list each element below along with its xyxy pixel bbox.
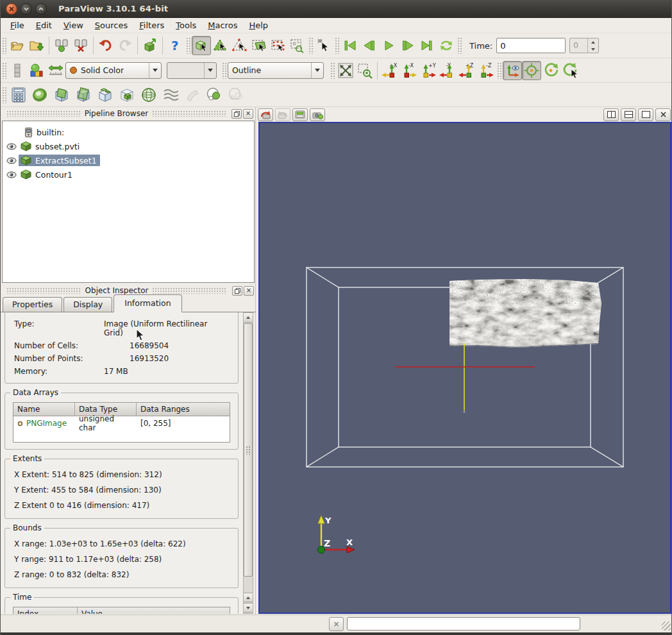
redo-button[interactable] [115, 36, 135, 55]
scroll-up-button-2[interactable] [244, 593, 253, 602]
undo-button[interactable] [96, 36, 115, 55]
visibility-toggle[interactable] [6, 157, 17, 164]
loop-button[interactable] [437, 36, 456, 55]
last-frame-button[interactable] [417, 36, 437, 55]
show-orientation-axes-button[interactable] [503, 61, 522, 80]
menu-help[interactable]: Help [243, 19, 274, 32]
interactive-select-button[interactable] [314, 36, 333, 55]
inspector-close-button[interactable]: × [244, 286, 254, 296]
menu-file[interactable]: File [4, 19, 30, 32]
clip-filter-button[interactable] [51, 84, 73, 106]
toolbar-handle[interactable] [222, 62, 226, 79]
first-frame-button[interactable] [340, 36, 360, 55]
pipeline-float-button[interactable] [231, 109, 242, 119]
split-view-horizontal-button[interactable] [621, 108, 636, 121]
camera-minus-y-button[interactable]: -Y [438, 61, 457, 80]
camera-plus-z-button[interactable]: +Z [457, 61, 476, 80]
col-name[interactable]: Name [13, 403, 75, 416]
menu-macros[interactable]: Macros [202, 19, 243, 32]
select-cells-on-button[interactable] [211, 36, 230, 55]
connect-server-button[interactable] [52, 36, 71, 55]
menu-tools[interactable]: Tools [170, 19, 202, 32]
toolbar-handle[interactable] [457, 37, 462, 54]
render-viewport[interactable]: Y X Z [258, 122, 671, 614]
inspector-scrollbar[interactable] [243, 312, 253, 614]
threshold-filter-button[interactable] [95, 84, 117, 106]
extract-subset-filter-button[interactable] [117, 84, 139, 106]
save-data-button[interactable] [27, 36, 46, 55]
toolbar-handle[interactable] [308, 37, 313, 54]
previous-frame-button[interactable] [360, 36, 379, 55]
tab-information[interactable]: Information [113, 294, 181, 312]
toolbar-handle[interactable] [497, 62, 501, 79]
camera-plus-y-button[interactable]: +Y [419, 61, 438, 80]
component-combobox[interactable] [167, 62, 217, 79]
camera-minus-x-button[interactable]: -X [399, 61, 419, 80]
representation-combobox[interactable]: Outline [228, 62, 324, 79]
toolbar-handle[interactable] [2, 37, 6, 54]
tab-properties[interactable]: Properties [3, 297, 62, 312]
pipeline-item-row[interactable]: Contour1 [19, 169, 76, 180]
scroll-up-button[interactable] [244, 313, 253, 323]
toolbar-handle[interactable] [335, 37, 339, 54]
menu-view[interactable]: View [58, 19, 89, 32]
camera-minus-z-button[interactable]: -Z [476, 61, 496, 80]
tab-display[interactable]: Display [63, 297, 112, 312]
menu-edit[interactable]: Edit [30, 19, 58, 32]
interact-mode-button[interactable] [192, 36, 211, 55]
pipeline-item-builtin[interactable]: builtin: [3, 125, 254, 139]
scroll-down-button[interactable] [244, 603, 253, 613]
pipeline-item-row-selected[interactable]: ExtractSubset1 [19, 155, 100, 166]
select-points-on-button[interactable] [230, 36, 249, 55]
window-minimize-button[interactable] [21, 3, 32, 15]
resize-grip[interactable] [662, 622, 671, 631]
camera-dialog-button[interactable] [310, 108, 325, 121]
zoom-to-data-button[interactable] [355, 61, 374, 80]
warp-filter-button[interactable] [182, 84, 204, 106]
group-datasets-filter-button[interactable] [204, 84, 226, 106]
pipeline-close-button[interactable]: × [243, 109, 253, 119]
spin-arrows[interactable] [587, 38, 598, 53]
col-data-ranges[interactable]: Data Ranges [137, 403, 230, 416]
visibility-toggle[interactable] [6, 171, 17, 178]
toggle-color-legend-button[interactable] [8, 61, 27, 80]
split-view-vertical-button[interactable] [603, 108, 619, 121]
pipeline-item-extractsubset1[interactable]: ExtractSubset1 [3, 153, 254, 167]
inspector-float-button[interactable] [232, 286, 242, 296]
stream-tracer-filter-button[interactable] [160, 84, 182, 106]
menu-filters[interactable]: Filters [133, 19, 170, 32]
col-index[interactable]: Index [13, 607, 78, 614]
visibility-toggle[interactable] [6, 143, 17, 150]
menu-sources[interactable]: Sources [89, 19, 133, 32]
window-close-button[interactable] [6, 3, 17, 15]
contour-filter-button[interactable] [29, 84, 51, 106]
toolbar-handle[interactable] [2, 62, 6, 79]
zoom-to-box-button[interactable] [288, 36, 307, 55]
auto-apply-button[interactable] [140, 36, 160, 55]
pipeline-item-subset-pvti[interactable]: subset.pvti [3, 139, 254, 153]
close-view-button[interactable] [655, 108, 671, 121]
rescale-to-data-range-button[interactable] [46, 61, 65, 80]
glyph-filter-button[interactable] [139, 84, 160, 106]
select-points-through-button[interactable] [269, 36, 288, 55]
toolbar-handle[interactable] [330, 62, 335, 79]
toolbar-handle[interactable] [2, 87, 6, 103]
help-button[interactable]: ? [165, 36, 185, 55]
extract-level-filter-button[interactable] [226, 84, 248, 106]
scroll-thumb[interactable] [244, 323, 253, 577]
camera-redo-button[interactable] [275, 108, 290, 121]
slice-filter-button[interactable] [73, 84, 95, 106]
table-row[interactable]: PNGImage unsigned char [0, 255] [13, 416, 230, 430]
color-by-combobox[interactable]: Solid Color [65, 62, 162, 79]
reset-camera-button[interactable] [336, 61, 355, 80]
pipeline-item-contour1[interactable]: Contour1 [3, 167, 254, 182]
frame-spinbox[interactable]: 0 [569, 38, 599, 53]
edit-color-map-button[interactable] [27, 61, 46, 80]
camera-undo-button[interactable] [258, 108, 273, 121]
pick-center-button[interactable] [541, 61, 560, 80]
toolbar-handle[interactable] [186, 37, 190, 54]
view-settings-button[interactable] [292, 108, 308, 121]
calculator-filter-button[interactable] [8, 84, 29, 106]
play-button[interactable] [379, 36, 398, 55]
maximize-view-button[interactable] [638, 108, 653, 121]
